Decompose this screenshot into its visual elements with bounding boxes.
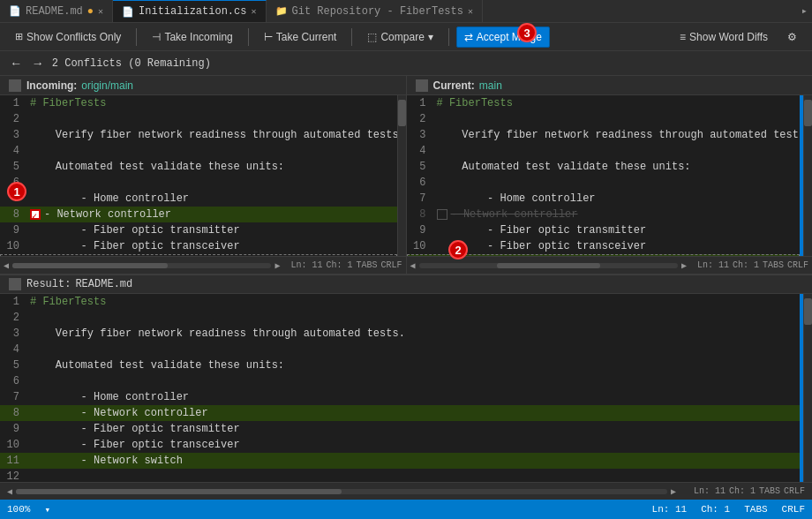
tab-readme[interactable]: 📄 README.md ● ✕: [0, 0, 113, 22]
incoming-scroll-track[interactable]: [12, 263, 271, 268]
current-line-7: 7 - Home controller: [407, 191, 801, 207]
tab-init-icon: 📄: [122, 6, 134, 18]
conflict-count: 2 Conflicts (0 Remaining): [52, 57, 211, 70]
incoming-ch: Ch: 1: [326, 260, 352, 270]
toolbar-divider-1: [136, 28, 137, 46]
incoming-line-10: 10 - Fiber optic transceiver: [0, 238, 397, 254]
incoming-line-11: 11 Network switches: [0, 254, 397, 256]
status-tabs: TABS: [744, 504, 767, 515]
result-line-7: 7 - Home controller: [0, 389, 800, 405]
tab-bar: 📄 README.md ● ✕ 📄 Initialization.cs ✕ 📁 …: [0, 0, 812, 23]
tab-git-icon: 📁: [275, 5, 288, 17]
incoming-value: origin/main: [81, 79, 133, 92]
result-scroll-right[interactable]: ▶: [671, 486, 676, 497]
current-hscroll[interactable]: ◀ ▶ Ln: 11 Ch: 1 TABS CRLF: [407, 257, 813, 274]
nav-prev[interactable]: ←: [9, 55, 23, 72]
conflict-bar: ← → 2 Conflicts (0 Remaining): [0, 51, 812, 76]
status-ln: Ln: 11: [652, 504, 688, 515]
result-line-11: 11 - Network switch: [0, 453, 800, 469]
current-code[interactable]: 1 # FiberTests 2 3 Verify fiber network …: [407, 95, 813, 256]
annotation-2: 2: [448, 240, 468, 260]
result-header: Result: README.md: [0, 275, 812, 294]
status-ch: Ch: 1: [701, 504, 730, 515]
toolbar-divider-4: [448, 28, 449, 46]
incoming-label: Incoming:: [26, 79, 77, 92]
current-crlf: CRLF: [787, 260, 808, 270]
incoming-line-2: 2: [0, 111, 397, 127]
toolbar-divider-3: [351, 28, 352, 46]
tab-git-close[interactable]: ✕: [468, 6, 473, 17]
incoming-vscroll[interactable]: [397, 95, 406, 256]
zoom-dropdown[interactable]: ▾: [44, 504, 50, 515]
result-line-5: 5 Automated test validate these units:: [0, 357, 800, 373]
tab-readme-close[interactable]: ✕: [98, 6, 103, 17]
tab-init-label: Initialization.cs: [139, 5, 246, 18]
result-line-2: 2: [0, 310, 800, 326]
take-incoming-button[interactable]: ⊣ Take Incoming: [144, 26, 240, 48]
top-editor-area: Incoming: origin/main 1 # FiberTests 2: [0, 76, 812, 257]
show-word-diffs-label: Show Word Diffs: [689, 31, 768, 43]
current-line-4: 4: [407, 143, 801, 159]
tab-readme-label: README.md: [26, 5, 83, 18]
incoming-code[interactable]: 1 # FiberTests 2 3 Verify fiber network …: [0, 95, 406, 256]
incoming-tabs: TABS: [356, 260, 377, 270]
show-word-diffs-button[interactable]: ≡ Show Word Diffs: [672, 26, 776, 48]
result-value: README.md: [75, 278, 132, 290]
nav-next[interactable]: →: [30, 55, 44, 72]
take-current-button[interactable]: ⊢ Take Current: [256, 26, 345, 48]
scroll-left-arrow-incoming[interactable]: ◀: [4, 260, 9, 271]
tab-init-close[interactable]: ✕: [251, 6, 256, 17]
compare-icon: ⬚: [367, 31, 377, 43]
current-line-8: 8 - Network controller: [407, 207, 801, 222]
tab-gitrepo[interactable]: 📁 Git Repository - FiberTests ✕: [267, 0, 483, 22]
incoming-line-9: 9 - Fiber optic transmitter: [0, 222, 397, 238]
incoming-line-6: 6: [0, 175, 397, 191]
result-line-8: 8 - Network controller: [0, 405, 800, 421]
result-status-ln: Ln: 11: [694, 486, 726, 496]
scroll-right-arrow-incoming[interactable]: ▶: [274, 260, 280, 271]
result-scroll-left[interactable]: ◀: [7, 486, 12, 497]
show-conflicts-label: Show Conflicts Only: [26, 31, 121, 43]
incoming-line-7: 7 - Home controller: [0, 191, 397, 207]
conflicts-icon: ⊞: [15, 31, 23, 42]
current-vscroll[interactable]: [803, 95, 812, 256]
compare-dropdown-icon: ▾: [428, 31, 433, 43]
current-scroll-track[interactable]: [419, 263, 678, 268]
incoming-line-5: 5 Automated test validate these units:: [0, 159, 397, 175]
current-label: Current:: [433, 79, 475, 92]
result-line-9: 9 - Fiber optic transmitter: [0, 421, 800, 437]
zoom-level[interactable]: 100%: [7, 504, 30, 515]
compare-button[interactable]: ⬚ Compare ▾: [359, 26, 440, 48]
result-status-crlf: CRLF: [784, 486, 805, 496]
current-scroll-thumb: [497, 263, 600, 268]
scroll-right-arrow-current[interactable]: ▶: [681, 260, 687, 271]
current-checkbox-8[interactable]: [437, 209, 447, 220]
settings-icon: ⚙: [787, 31, 797, 43]
status-bar: 100% ▾ Ln: 11 Ch: 1 TABS CRLF: [0, 500, 812, 519]
result-vscroll[interactable]: [803, 294, 812, 514]
incoming-line-4: 4: [0, 143, 397, 159]
annotation-1: 1: [7, 182, 26, 201]
scroll-left-arrow-current[interactable]: ◀: [410, 260, 416, 271]
take-current-icon: ⊢: [264, 31, 273, 43]
result-icon: [9, 278, 21, 290]
current-line-6: 6: [407, 175, 801, 191]
incoming-line-1: 1 # FiberTests: [0, 95, 397, 111]
current-ch: Ch: 1: [733, 260, 759, 270]
result-scrollbar-row: ◀ ▶ Ln: 11 Ch: 1 TABS CRLF: [0, 482, 812, 500]
incoming-checkbox-8[interactable]: [30, 209, 41, 220]
current-line-9: 9 - Fiber optic transmitter: [407, 222, 801, 238]
settings-button[interactable]: ⚙: [779, 26, 805, 48]
current-line-3: 3 Verify fiber network readiness through…: [407, 127, 801, 143]
incoming-pane: Incoming: origin/main 1 # FiberTests 2: [0, 76, 407, 256]
current-pane: Current: main 1 # FiberTests 2 3 Veri: [407, 76, 813, 256]
take-incoming-label: Take Incoming: [164, 31, 232, 43]
tab-initialization[interactable]: 📄 Initialization.cs ✕: [113, 0, 266, 22]
result-scroll-track[interactable]: [16, 489, 667, 494]
show-conflicts-button[interactable]: ⊞ Show Conflicts Only: [7, 26, 129, 48]
result-line-10: 10 - Fiber optic transceiver: [0, 437, 800, 453]
tab-scroll-right[interactable]: ▸: [797, 0, 812, 22]
incoming-hscroll[interactable]: ◀ ▶ Ln: 11 Ch: 1 TABS CRLF: [0, 257, 407, 274]
compare-label: Compare: [380, 31, 424, 43]
result-code[interactable]: 1 # FiberTests 2 3 Verify fiber network …: [0, 294, 800, 514]
